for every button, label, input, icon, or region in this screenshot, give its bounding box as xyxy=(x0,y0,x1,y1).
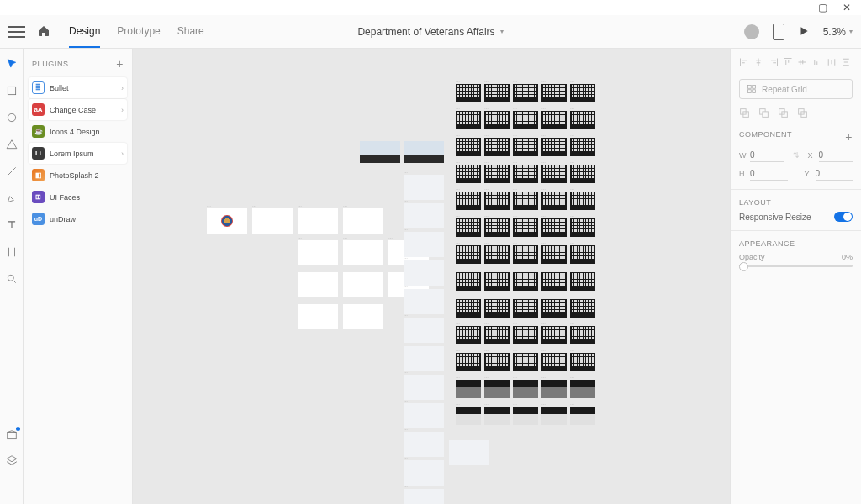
artboard[interactable]: … xyxy=(456,272,481,291)
artboard[interactable]: … xyxy=(541,380,567,398)
plugin-icons-4-design[interactable]: ☕Icons 4 Design xyxy=(29,121,127,142)
plugin-photosplash-2[interactable]: ◧PhotoSplash 2 xyxy=(29,165,127,186)
menu-icon[interactable] xyxy=(8,26,25,38)
artboard[interactable]: … xyxy=(570,165,595,183)
tab-share[interactable]: Share xyxy=(177,16,204,48)
artboard-tool-icon[interactable] xyxy=(5,245,18,259)
boolean-intersect-icon[interactable] xyxy=(778,108,789,120)
plugins-icon[interactable] xyxy=(5,479,18,492)
artboard[interactable]: … xyxy=(513,111,538,129)
artboard[interactable]: … xyxy=(541,138,567,156)
artboard[interactable]: … xyxy=(484,138,510,156)
artboard[interactable]: … xyxy=(404,375,444,400)
artboard[interactable]: … xyxy=(298,208,338,234)
artboard[interactable]: … xyxy=(484,326,510,344)
artboard[interactable]: … xyxy=(456,326,481,344)
artboard[interactable]: … xyxy=(513,272,538,291)
artboard[interactable]: … xyxy=(513,245,538,264)
artboard[interactable]: … xyxy=(252,208,293,234)
artboard[interactable]: … xyxy=(513,192,538,210)
artboard[interactable]: … xyxy=(207,208,247,234)
align-right-icon[interactable] xyxy=(769,57,780,69)
align-hcenter-icon[interactable] xyxy=(753,57,765,69)
distribute-v-icon[interactable] xyxy=(841,57,853,69)
artboard[interactable]: … xyxy=(404,460,444,486)
artboard[interactable]: … xyxy=(449,440,489,465)
home-icon[interactable] xyxy=(37,24,50,39)
device-preview-icon[interactable] xyxy=(773,24,784,40)
artboard[interactable]: … xyxy=(456,218,481,237)
artboard[interactable]: … xyxy=(570,407,595,425)
align-top-icon[interactable] xyxy=(783,57,795,69)
add-plugin-button[interactable]: + xyxy=(116,57,124,71)
artboard[interactable]: … xyxy=(298,304,338,329)
align-vcenter-icon[interactable] xyxy=(797,57,809,69)
artboard[interactable]: … xyxy=(343,304,383,329)
artboard[interactable]: … xyxy=(541,407,567,425)
artboard[interactable]: … xyxy=(404,232,444,257)
artboard[interactable]: … xyxy=(456,84,481,102)
artboard[interactable]: … xyxy=(541,192,567,210)
artboard[interactable]: … xyxy=(570,272,595,291)
artboard[interactable]: … xyxy=(456,192,481,210)
artboard[interactable]: … xyxy=(343,272,383,297)
align-bottom-icon[interactable] xyxy=(811,57,823,69)
artboard[interactable]: … xyxy=(570,218,595,237)
artboard[interactable]: … xyxy=(541,353,567,371)
artboard[interactable]: … xyxy=(298,240,338,265)
responsive-toggle[interactable] xyxy=(834,212,853,222)
artboard[interactable]: … xyxy=(513,218,538,237)
artboard[interactable]: … xyxy=(298,272,338,297)
artboard[interactable]: … xyxy=(456,353,481,371)
y-input[interactable] xyxy=(816,167,853,181)
width-input[interactable] xyxy=(750,149,784,162)
libraries-icon[interactable] xyxy=(5,428,18,442)
artboard[interactable]: … xyxy=(484,272,510,291)
artboard[interactable]: … xyxy=(404,346,444,371)
repeat-grid-button[interactable]: Repeat Grid xyxy=(739,79,853,99)
plugin-bullet[interactable]: ≣Bullet› xyxy=(29,77,127,98)
artboard[interactable]: … xyxy=(513,380,538,398)
window-close[interactable]: ✕ xyxy=(843,2,851,13)
artboard[interactable]: … xyxy=(456,111,481,129)
play-icon[interactable] xyxy=(798,25,810,39)
boolean-add-icon[interactable] xyxy=(739,108,750,120)
artboard[interactable]: … xyxy=(513,326,538,344)
artboard[interactable]: … xyxy=(456,245,481,264)
artboard[interactable]: … xyxy=(484,353,510,371)
zoom-tool-icon[interactable] xyxy=(5,272,18,286)
artboard[interactable]: … xyxy=(541,165,567,183)
plugin-undraw[interactable]: uDunDraw xyxy=(29,208,127,229)
artboard[interactable]: … xyxy=(570,326,595,344)
canvas[interactable]: …………………………………………………………………………………………………………… xyxy=(133,49,730,504)
artboard[interactable]: … xyxy=(513,353,538,371)
artboard[interactable]: … xyxy=(456,299,481,318)
window-minimize[interactable]: — xyxy=(793,2,803,13)
window-maximize[interactable]: ▢ xyxy=(818,2,827,13)
artboard[interactable]: … xyxy=(484,299,510,318)
artboard[interactable]: … xyxy=(513,138,538,156)
zoom-dropdown[interactable]: 5.3% ▾ xyxy=(823,26,853,38)
artboard[interactable]: … xyxy=(570,299,595,318)
artboard[interactable]: … xyxy=(484,380,510,398)
artboard[interactable]: … xyxy=(570,192,595,210)
artboard[interactable]: … xyxy=(541,111,567,129)
artboard[interactable]: … xyxy=(541,299,567,318)
artboard[interactable]: … xyxy=(541,218,567,237)
artboard[interactable]: … xyxy=(360,141,400,163)
distribute-h-icon[interactable] xyxy=(827,57,838,69)
plugin-change-case[interactable]: aAChange Case› xyxy=(29,99,127,120)
artboard[interactable]: … xyxy=(570,84,595,102)
artboard[interactable]: … xyxy=(484,218,510,237)
boolean-exclude-icon[interactable] xyxy=(797,108,808,120)
rectangle-tool-icon[interactable] xyxy=(5,84,18,97)
boolean-subtract-icon[interactable] xyxy=(758,108,769,120)
artboard[interactable]: … xyxy=(541,272,567,291)
artboard[interactable]: … xyxy=(404,260,444,286)
artboard[interactable]: … xyxy=(570,138,595,156)
artboard[interactable]: … xyxy=(484,84,510,102)
artboard[interactable]: … xyxy=(343,240,383,265)
artboard[interactable]: … xyxy=(570,380,595,398)
artboard[interactable]: … xyxy=(484,407,510,425)
artboard[interactable]: … xyxy=(570,111,595,129)
